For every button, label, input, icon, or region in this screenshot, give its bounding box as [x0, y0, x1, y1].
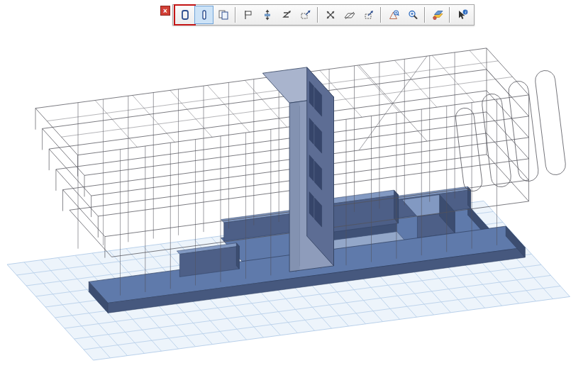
- flag-icon: [242, 9, 255, 21]
- z-stretch-icon: [280, 9, 293, 21]
- floating-toolbar: ×: [160, 4, 475, 26]
- rendering-icon: [431, 9, 444, 21]
- zoom-in-icon: [406, 9, 419, 21]
- marquee-tool-button[interactable]: [175, 6, 194, 24]
- element-info-button[interactable]: i: [453, 6, 472, 24]
- vertical-stretch-button[interactable]: [257, 6, 277, 24]
- copy-icon: [217, 9, 230, 21]
- toolbar-close-button[interactable]: ×: [160, 6, 170, 16]
- copy-marquee-button[interactable]: [213, 6, 233, 24]
- slant-plane-button[interactable]: [340, 6, 359, 24]
- free-move-icon: [324, 9, 337, 21]
- zoom-in-button[interactable]: [403, 6, 422, 24]
- free-move-button[interactable]: [321, 6, 340, 24]
- toolbar-separator: [449, 7, 450, 23]
- offset-frame-button[interactable]: [359, 6, 378, 24]
- 3d-viewport[interactable]: [0, 0, 588, 368]
- toolbar-separator: [424, 7, 426, 23]
- toolbar-panel: i: [172, 4, 475, 26]
- single-storey-marquee-button[interactable]: [194, 6, 213, 24]
- flag-tool-button[interactable]: [238, 6, 257, 24]
- single-storey-marquee-icon: [198, 9, 211, 21]
- move-frame-icon: [299, 9, 312, 21]
- toolbar-separator: [317, 7, 318, 23]
- rendering-button[interactable]: [428, 6, 447, 24]
- vertical-stretch-icon: [261, 9, 274, 21]
- offset-frame-icon: [362, 9, 375, 21]
- move-frame-button[interactable]: [296, 6, 315, 24]
- z-stretch-button[interactable]: [277, 6, 296, 24]
- zoom-area-icon: [387, 9, 400, 21]
- toolbar-separator: [380, 7, 382, 23]
- toolbar-separator: [235, 7, 236, 23]
- element-info-icon: i: [456, 9, 469, 21]
- zoom-area-button[interactable]: [384, 6, 403, 24]
- marquee-icon: [179, 9, 192, 21]
- slant-plane-icon: [343, 9, 356, 21]
